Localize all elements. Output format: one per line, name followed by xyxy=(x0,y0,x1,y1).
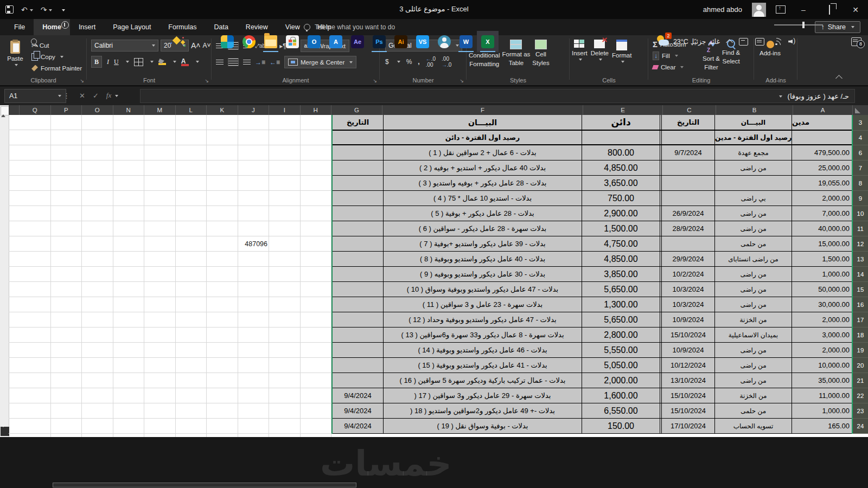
row-header[interactable]: 18 xyxy=(853,328,868,343)
cell[interactable]: 15/10/2024 xyxy=(662,403,715,418)
font-dialog-launcher[interactable]: ↘ xyxy=(205,78,209,84)
row-header[interactable]: 13 xyxy=(853,252,868,267)
cell[interactable]: بدلات - 39 عامل ديكور واستديو +بوفية ( 7… xyxy=(384,236,582,251)
cell[interactable]: 15/10/2024 xyxy=(662,388,715,403)
delete-cells-button[interactable]: Delete xyxy=(591,36,609,73)
cell[interactable]: 11,000.00 xyxy=(792,388,852,403)
restore-button[interactable] xyxy=(821,5,838,14)
fill-button[interactable]: ↓Fill xyxy=(653,50,694,61)
row-header[interactable]: 22 xyxy=(853,388,868,403)
row-header[interactable]: 10 xyxy=(853,206,868,221)
cell[interactable]: 4,750.00 xyxy=(582,236,662,251)
number-dialog-launcher[interactable]: ↘ xyxy=(459,78,464,84)
cell[interactable]: 1,000.00 xyxy=(792,267,852,281)
cell[interactable] xyxy=(333,312,384,327)
after-effects-icon[interactable]: Ae xyxy=(347,31,368,52)
tab-insert[interactable]: Insert xyxy=(70,19,104,35)
cell[interactable] xyxy=(662,131,715,144)
row-header[interactable]: 9 xyxy=(853,191,868,206)
cell[interactable]: 3,850.00 xyxy=(582,267,662,281)
microsoft-store-icon[interactable] xyxy=(282,31,303,52)
cell[interactable] xyxy=(792,131,852,144)
currency-icon[interactable]: $ xyxy=(385,58,389,66)
cell[interactable]: 1,500.00 xyxy=(792,252,852,266)
select-all-corner[interactable] xyxy=(852,105,868,115)
cell[interactable]: بدلات سهرة - 8 عمال ديكور و33 سهرة و6سوا… xyxy=(384,328,582,342)
align-center-icon[interactable] xyxy=(228,58,239,66)
cell[interactable] xyxy=(662,236,715,251)
italic-button[interactable]: I xyxy=(107,58,109,66)
cell[interactable] xyxy=(715,176,792,190)
notification-center-icon[interactable]: 8 xyxy=(851,37,861,46)
cell[interactable]: 10/9/2024 xyxy=(662,343,715,357)
alignment-dialog-launcher[interactable]: ↘ xyxy=(373,78,377,84)
profile-app-icon[interactable] xyxy=(433,31,455,52)
cells-area[interactable]: 487096 التاريخالبيـــاندائنالتاريخالبيــ… xyxy=(9,115,853,437)
cell[interactable]: 10/9/2024 xyxy=(662,312,715,327)
column-header[interactable]: M xyxy=(144,105,176,115)
cell[interactable] xyxy=(333,328,384,342)
enter-entry-icon[interactable]: ✓ xyxy=(93,92,99,100)
increase-font-icon[interactable]: A˄ xyxy=(191,41,201,50)
cell[interactable] xyxy=(333,343,384,357)
cell[interactable] xyxy=(333,252,384,266)
cell[interactable]: البيـــان xyxy=(715,115,792,130)
file-explorer-icon[interactable] xyxy=(260,31,282,52)
decrease-font-icon[interactable]: A˅ xyxy=(203,42,211,49)
cell[interactable]: من راضى xyxy=(715,297,792,312)
cell[interactable]: التاريخ xyxy=(662,115,715,130)
row-header[interactable]: 21 xyxy=(853,373,868,388)
row-header[interactable]: 8 xyxy=(853,176,868,191)
decrease-decimal-icon[interactable]: .00→.0 xyxy=(442,56,451,68)
cell[interactable]: 10/3/2024 xyxy=(662,282,715,297)
comma-icon[interactable]: , xyxy=(418,58,419,66)
row-header[interactable]: 20 xyxy=(853,358,868,373)
cell[interactable]: 4,850.00 xyxy=(582,160,662,175)
cell[interactable]: بدلات - عمال تركيب باركية وديكور سهرة 5 … xyxy=(384,373,582,388)
format-cells-button[interactable]: Format xyxy=(612,36,631,73)
cell[interactable]: 50,000.00 xyxy=(792,282,852,297)
row-header[interactable]: 12 xyxy=(853,236,868,252)
chrome-icon[interactable] xyxy=(238,31,260,52)
collapse-ribbon-icon[interactable] xyxy=(835,75,843,82)
cell[interactable]: 15/10/2024 xyxy=(662,328,715,342)
row-header[interactable]: 7 xyxy=(853,160,868,176)
tab-page-layout[interactable]: Page Layout xyxy=(104,19,159,35)
increase-indent-icon[interactable]: →≡ xyxy=(255,59,265,66)
cut-button[interactable]: ✂Cut xyxy=(31,40,82,51)
cell[interactable]: 487096 xyxy=(237,236,267,252)
cell[interactable] xyxy=(333,176,384,190)
outlook-icon[interactable]: O xyxy=(303,31,325,52)
cancel-entry-icon[interactable]: ✕ xyxy=(79,92,85,100)
cell[interactable]: بدلات - بوفية وسواق نقل ( 19 ) xyxy=(384,419,582,433)
cell[interactable]: بدلات سهرة - 28 عامل ديكور - سواقين ( 6 … xyxy=(384,221,582,236)
vertical-scrollbar[interactable] xyxy=(0,105,9,437)
cell[interactable] xyxy=(333,131,384,144)
cell[interactable]: التاريخ xyxy=(333,115,384,130)
column-header[interactable]: I xyxy=(269,105,301,115)
cell[interactable]: 10/3/2024 xyxy=(662,297,715,312)
column-header[interactable]: B xyxy=(716,105,793,115)
cell[interactable]: من راضى xyxy=(715,267,792,281)
cell[interactable] xyxy=(333,267,384,281)
cell[interactable]: 5,550.00 xyxy=(582,343,662,357)
cell[interactable]: 5,650.00 xyxy=(582,312,662,327)
cell[interactable]: 1,600.00 xyxy=(582,388,662,403)
row-header[interactable]: 11 xyxy=(853,221,868,236)
cell[interactable] xyxy=(333,145,384,160)
cell[interactable]: من راضى xyxy=(715,206,792,221)
cell[interactable]: 1,300.00 xyxy=(582,297,662,312)
cell[interactable]: بدلات - 28 عامل ديكور + بوفية ( 5 ) xyxy=(384,206,582,221)
row-header[interactable]: 6 xyxy=(853,145,868,160)
cell[interactable]: بدلات - 6 عمال + 2 سواقين نقل ( 1 ) xyxy=(384,145,582,160)
cell[interactable]: 2,000.00 xyxy=(792,312,852,327)
tab-file[interactable]: File xyxy=(5,19,34,35)
pen-icon[interactable] xyxy=(739,38,748,46)
column-header[interactable]: A xyxy=(793,105,853,115)
cell[interactable]: دائن xyxy=(582,115,662,130)
cell[interactable]: من راضى xyxy=(715,373,792,388)
cell[interactable]: 10,000.00 xyxy=(792,358,852,373)
cell[interactable]: رصيد اول الفترة - مدين xyxy=(715,131,792,144)
ribbon-display-options-icon[interactable] xyxy=(776,5,786,14)
cell[interactable]: بدلات - 47 عامل ديكور واستديو وبوفية وحد… xyxy=(384,312,582,327)
